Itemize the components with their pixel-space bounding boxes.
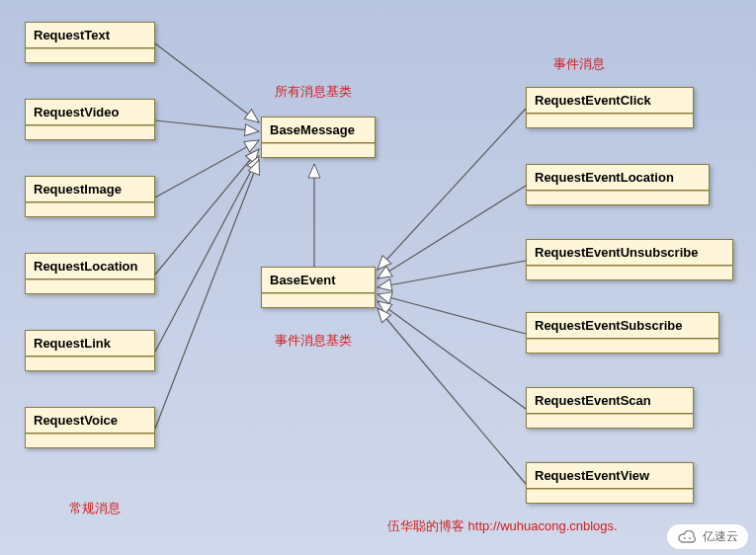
class-body — [26, 357, 154, 370]
class-title: RequestLink — [26, 331, 154, 357]
class-title: RequestEventUnsubscribe — [527, 240, 732, 266]
class-title: RequestLocation — [26, 254, 154, 279]
svg-line-7 — [378, 109, 526, 270]
class-base-message: BaseMessage — [261, 117, 376, 158]
svg-line-4 — [155, 156, 259, 352]
svg-line-0 — [155, 43, 259, 122]
class-request-event-unsubscribe: RequestEventUnsubscribe — [526, 239, 733, 280]
watermark-text: 亿速云 — [703, 528, 738, 545]
svg-line-10 — [378, 294, 526, 334]
class-title: RequestEventView — [527, 463, 693, 489]
class-request-voice: RequestVoice — [25, 407, 155, 448]
watermark-badge: 亿速云 — [667, 524, 748, 549]
class-body — [26, 279, 154, 293]
class-body — [262, 143, 375, 157]
class-title: RequestEventClick — [527, 88, 693, 114]
cloud-icon — [677, 530, 697, 544]
class-body — [26, 202, 154, 216]
svg-point-13 — [684, 537, 686, 539]
svg-line-5 — [155, 160, 259, 429]
class-request-event-click: RequestEventClick — [526, 87, 694, 128]
class-title: BaseEvent — [262, 268, 375, 293]
class-title: BaseMessage — [262, 118, 375, 143]
label-event-base: 事件消息基类 — [275, 332, 352, 350]
class-body — [527, 489, 693, 503]
svg-point-14 — [689, 537, 691, 539]
label-credit: 伍华聪的博客 http://wuhuacong.cnblogs. — [387, 517, 618, 535]
class-request-location: RequestLocation — [25, 253, 155, 294]
svg-line-11 — [378, 301, 526, 409]
class-title: RequestVideo — [26, 100, 154, 125]
class-title: RequestEventSubscribe — [527, 313, 718, 339]
class-body — [527, 339, 718, 353]
class-request-video: RequestVideo — [25, 99, 155, 140]
label-normal-msg: 常规消息 — [69, 500, 121, 517]
class-body — [26, 434, 154, 447]
class-request-link: RequestLink — [25, 330, 155, 371]
label-event-msg: 事件消息 — [553, 55, 605, 73]
svg-line-3 — [155, 149, 259, 275]
svg-line-1 — [155, 120, 259, 131]
class-request-event-scan: RequestEventScan — [526, 387, 694, 429]
label-base-message: 所有消息基类 — [275, 83, 352, 101]
svg-line-12 — [378, 308, 526, 484]
class-title: RequestImage — [26, 177, 154, 202]
class-request-image: RequestImage — [25, 176, 155, 217]
class-request-text: RequestText — [25, 22, 155, 63]
class-body — [26, 125, 154, 139]
class-body — [262, 293, 375, 307]
class-title: RequestText — [26, 23, 154, 48]
svg-line-2 — [155, 140, 259, 198]
class-body — [527, 266, 732, 279]
class-title: RequestEventLocation — [527, 165, 709, 191]
class-body — [26, 48, 154, 62]
class-request-event-location: RequestEventLocation — [526, 164, 710, 205]
class-title: RequestVoice — [26, 408, 154, 434]
class-body — [527, 114, 693, 127]
class-request-event-view: RequestEventView — [526, 462, 694, 504]
class-title: RequestEventScan — [527, 388, 693, 414]
class-body — [527, 191, 709, 204]
uml-canvas: RequestText RequestVideo RequestImage Re… — [0, 0, 756, 555]
class-body — [527, 414, 693, 428]
class-request-event-subscribe: RequestEventSubscribe — [526, 312, 719, 354]
class-base-event: BaseEvent — [261, 267, 376, 308]
